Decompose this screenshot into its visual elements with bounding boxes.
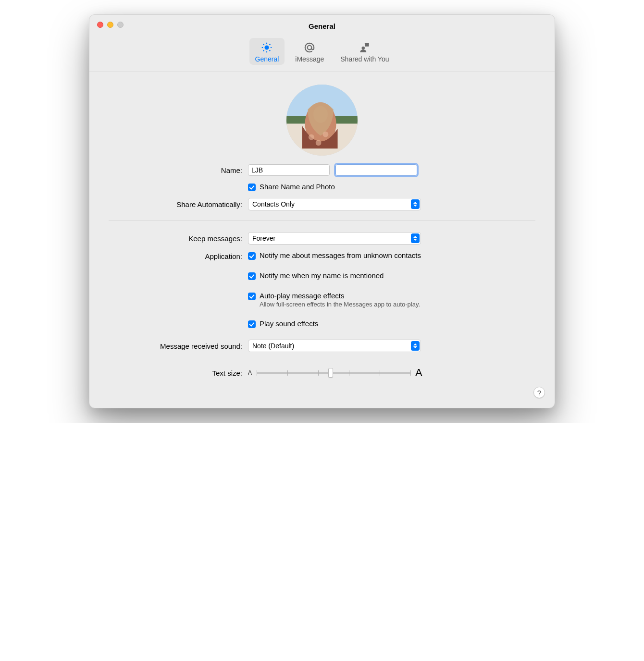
window-title: General <box>309 22 335 30</box>
people-icon <box>358 41 372 54</box>
text-size-label: Text size: <box>109 369 248 377</box>
share-automatically-label: Share Automatically: <box>109 200 248 208</box>
tab-shared-with-you[interactable]: Shared with You <box>334 38 395 65</box>
message-sound-select[interactable]: Note (Default) <box>248 340 421 352</box>
traffic-lights <box>97 22 124 28</box>
close-button[interactable] <box>97 22 103 28</box>
slider-min-icon: A <box>248 369 252 376</box>
select-stepper-icon <box>411 341 420 351</box>
keep-messages-label: Keep messages: <box>109 234 248 243</box>
autoplay-effects-label: Auto-play message effects <box>260 292 420 300</box>
keep-messages-select[interactable]: Forever <box>248 232 421 245</box>
svg-point-1 <box>308 46 312 50</box>
select-value: Note (Default) <box>252 342 294 350</box>
select-value: Forever <box>252 234 275 242</box>
message-sound-label: Message received sound: <box>109 342 248 350</box>
slider-knob[interactable] <box>328 368 333 378</box>
notify-mentioned-label: Notify me when my name is mentioned <box>260 271 384 280</box>
titlebar: General <box>89 15 555 37</box>
select-stepper-icon <box>411 199 420 209</box>
gear-icon <box>260 41 273 54</box>
share-automatically-select[interactable]: Contacts Only <box>248 198 421 210</box>
name-label: Name: <box>109 166 248 174</box>
svg-rect-2 <box>365 43 369 47</box>
play-sound-effects-label: Play sound effects <box>260 319 318 328</box>
content-area: Name: Share Name and Photo Share Automat… <box>89 72 555 408</box>
last-name-input[interactable] <box>335 164 417 176</box>
toolbar: General iMessage Shared with You <box>89 37 555 72</box>
divider <box>109 220 535 220</box>
select-stepper-icon <box>411 233 420 243</box>
zoom-button[interactable] <box>117 22 124 28</box>
minimize-button[interactable] <box>107 22 113 28</box>
select-value: Contacts Only <box>252 200 295 208</box>
application-label: Application: <box>109 251 248 260</box>
tab-label: iMessage <box>295 55 324 63</box>
autoplay-effects-sublabel: Allow full-screen effects in the Message… <box>260 301 420 308</box>
svg-point-10 <box>322 132 328 137</box>
share-name-photo-label: Share Name and Photo <box>260 183 335 191</box>
tab-imessage[interactable]: iMessage <box>289 38 330 65</box>
preferences-window: General General iMessage <box>89 14 555 408</box>
svg-point-11 <box>316 140 322 146</box>
text-size-slider[interactable] <box>257 368 410 378</box>
autoplay-effects-checkbox[interactable] <box>248 293 256 300</box>
tab-general[interactable]: General <box>249 38 285 65</box>
notify-unknown-checkbox[interactable] <box>248 252 256 260</box>
play-sound-effects-checkbox[interactable] <box>248 320 256 328</box>
slider-max-icon: A <box>415 367 422 379</box>
svg-point-9 <box>309 135 314 140</box>
notify-unknown-label: Notify me about messages from unknown co… <box>260 251 421 259</box>
avatar[interactable] <box>286 85 358 156</box>
svg-point-3 <box>361 47 365 50</box>
at-icon <box>303 41 316 54</box>
notify-mentioned-checkbox[interactable] <box>248 272 256 280</box>
help-icon: ? <box>537 389 541 397</box>
tab-label: Shared with You <box>340 55 389 63</box>
tab-label: General <box>255 55 279 63</box>
help-button[interactable]: ? <box>533 387 545 398</box>
share-name-photo-checkbox[interactable] <box>248 184 256 191</box>
first-name-input[interactable] <box>248 164 330 176</box>
svg-point-0 <box>265 46 269 49</box>
